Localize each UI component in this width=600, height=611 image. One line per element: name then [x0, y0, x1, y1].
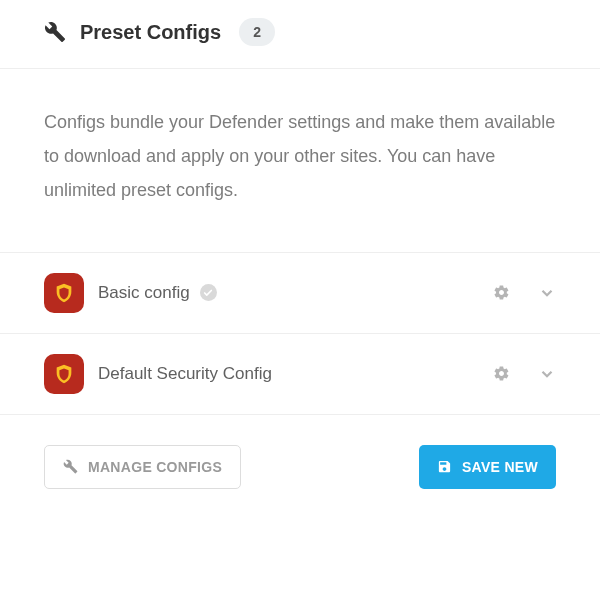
footer: MANAGE CONFIGS SAVE NEW	[0, 415, 600, 519]
button-label: SAVE NEW	[462, 459, 538, 475]
config-label: Default Security Config	[98, 364, 272, 384]
gear-icon[interactable]	[493, 365, 510, 382]
config-label: Basic config	[98, 283, 190, 303]
save-icon	[437, 459, 452, 474]
count-badge: 2	[239, 18, 275, 46]
config-row[interactable]: Default Security Config	[0, 334, 600, 415]
config-name: Basic config	[98, 283, 479, 303]
check-icon	[200, 284, 217, 301]
chevron-down-icon[interactable]	[538, 365, 556, 383]
config-row[interactable]: Basic config	[0, 253, 600, 334]
defender-shield-icon	[44, 354, 84, 394]
wrench-icon	[63, 459, 78, 474]
description-text: Configs bundle your Defender settings an…	[44, 105, 556, 208]
button-label: MANAGE CONFIGS	[88, 459, 222, 475]
manage-configs-button[interactable]: MANAGE CONFIGS	[44, 445, 241, 489]
wrench-icon	[44, 21, 66, 43]
defender-shield-icon	[44, 273, 84, 313]
chevron-down-icon[interactable]	[538, 284, 556, 302]
description-section: Configs bundle your Defender settings an…	[0, 69, 600, 253]
gear-icon[interactable]	[493, 284, 510, 301]
section-header: Preset Configs 2	[0, 0, 600, 69]
config-name: Default Security Config	[98, 364, 479, 384]
save-new-button[interactable]: SAVE NEW	[419, 445, 556, 489]
section-title: Preset Configs	[80, 21, 221, 44]
